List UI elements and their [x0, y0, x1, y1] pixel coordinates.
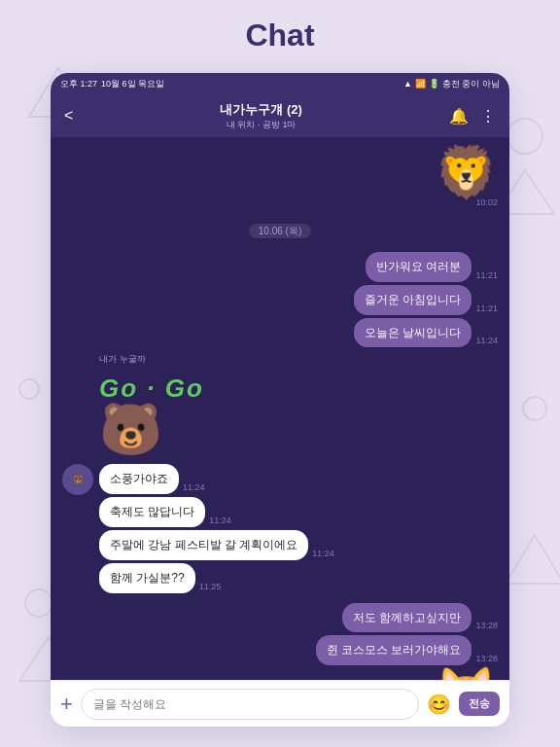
avatar-emoji: 🐻	[73, 475, 84, 484]
chat-input-bar: + 😊 전송	[51, 680, 509, 727]
status-date: 10월 6일 목요일	[101, 78, 164, 90]
status-left: 오후 1:27 10월 6일 목요일	[60, 78, 164, 90]
msg-time-l2: 11:24	[209, 516, 231, 525]
msg-right-3-row: 11:24 오늘은 날씨입니다	[354, 318, 498, 348]
msg-time-l1: 11:24	[183, 482, 205, 492]
msg-time-r1: 11:21	[475, 270, 498, 280]
message-input[interactable]	[81, 689, 419, 720]
sticker-cat: 🐱	[435, 668, 498, 680]
msg-left-1-row: 소풍가야죠 11:24	[99, 464, 334, 494]
bell-icon[interactable]: 🔔	[445, 103, 472, 129]
bubble-right-2: 즐거운 아침입니다	[354, 285, 472, 315]
bubble-left-3: 주말에 강남 페스티발 갈 계획이에요	[99, 530, 308, 560]
device-frame: 오후 1:27 10월 6일 목요일 ▲ 📶 🔋 충전 중이 아님 < 내가누구…	[51, 73, 509, 727]
bubble-right-5: 쥔 코스모스 보러가야해요	[316, 635, 472, 665]
go-go-text: Go · Go	[99, 374, 204, 404]
sticker-lion: 🦁	[435, 147, 498, 197]
bubble-right-3: 오늘은 날씨입니다	[354, 318, 472, 348]
bubble-right-4: 저도 함께하고싶지만	[342, 603, 472, 633]
cheerleader-sticker: 🐻	[99, 404, 162, 454]
wifi-icon: 📶	[415, 79, 426, 89]
msg-left-3-row: 주말에 강남 페스티발 갈 계획이에요 11:24	[99, 530, 334, 560]
msg-time-r5: 13:28	[475, 654, 498, 663]
status-time: 오후 1:27	[60, 78, 97, 90]
right-msg-group-2: 13:28 저도 함께하고싶지만 13:28 쥔 코스모스 보러가야해요 🐱 1…	[62, 603, 498, 680]
right-msg-group-1: 11:21 반가워요 여러분 11:21 즐거운 아침입니다 11:24 오늘은…	[62, 252, 498, 347]
add-button[interactable]: +	[60, 692, 73, 717]
chat-subtitle: 내 위치 · 공방 1마	[77, 119, 445, 131]
header-icons-right: 🔔 ⋮	[445, 103, 500, 129]
avatar-left: 🐻	[62, 464, 93, 495]
chat-title: 내가누구걔 (2)	[77, 101, 445, 119]
left-bubbles: 소풍가야죠 11:24 축제도 많답니다 11:24 주말에 강남 페스티발 갈…	[99, 464, 334, 592]
msg-time-l4: 11:25	[199, 582, 222, 591]
page-title: Chat	[0, 0, 560, 67]
msg-left-4-row: 함께 가실분?? 11:25	[99, 563, 334, 593]
date-divider: 10.06 (목)	[62, 225, 498, 238]
msg-right-4-row: 13:28 저도 함께하고싶지만	[342, 603, 498, 633]
msg-time-r4: 13:28	[475, 621, 498, 630]
left-msg-group: 🐻 소풍가야죠 11:24 축제도 많답니다 11:24 주말에 강남 페스티발…	[62, 464, 498, 592]
more-icon[interactable]: ⋮	[476, 103, 500, 129]
msg-left-2-row: 축제도 많답니다 11:24	[99, 497, 334, 527]
signal-icon: ▲	[403, 79, 412, 89]
chat-header-center: 내가누구걔 (2) 내 위치 · 공방 1마	[77, 101, 445, 131]
bubble-left-2: 축제도 많답니다	[99, 497, 205, 527]
back-button[interactable]: <	[60, 103, 77, 128]
msg-time-r3: 11:24	[475, 336, 498, 345]
sticker-go-group: Go · Go 🐻	[99, 374, 498, 454]
svg-point-7	[523, 397, 546, 420]
status-right: ▲ 📶 🔋 충전 중이 아님	[403, 78, 500, 90]
msg-time-l3: 11:24	[312, 549, 334, 558]
sticker-right-2-wrap: 🐱 13:28	[435, 668, 498, 680]
sender-label: 내가 누굴까	[99, 353, 498, 366]
svg-point-1	[508, 119, 542, 154]
chat-header: < 내가누구걔 (2) 내 위치 · 공방 1마 🔔 ⋮	[51, 94, 509, 137]
battery-label: 충전 중이 아님	[442, 78, 500, 90]
sticker-row-right-1: 🦁 10:02	[62, 147, 498, 209]
msg-right-5-row: 13:28 쥔 코스모스 보러가야해요	[316, 635, 498, 665]
msg-time-sticker1: 10:02	[475, 197, 498, 207]
msg-right-1-row: 11:21 반가워요 여러분	[366, 252, 498, 282]
bubble-left-1: 소풍가야죠	[99, 464, 179, 494]
svg-marker-2	[506, 535, 560, 584]
svg-point-3	[25, 589, 52, 617]
status-bar: 오후 1:27 10월 6일 목요일 ▲ 📶 🔋 충전 중이 아님	[51, 73, 509, 94]
battery-icon: 🔋	[429, 79, 439, 89]
svg-point-5	[19, 379, 39, 399]
bubble-left-4: 함께 가실분??	[99, 563, 195, 593]
msg-right-2-row: 11:21 즐거운 아침입니다	[354, 285, 498, 315]
msg-time-r2: 11:21	[475, 303, 498, 313]
chat-body: 🦁 10:02 10.06 (목) 11:21 반가워요 여러분 11:21 즐…	[51, 137, 509, 680]
emoji-button[interactable]: 😊	[427, 693, 451, 716]
send-button[interactable]: 전송	[459, 692, 500, 716]
bubble-right-1: 반가워요 여러분	[366, 252, 472, 282]
